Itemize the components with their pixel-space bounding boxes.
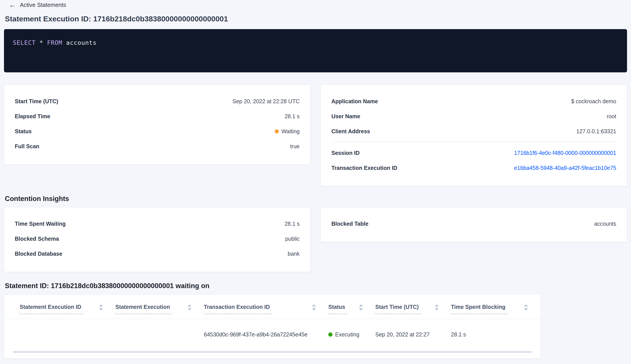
executing-status-dot-icon (328, 332, 332, 337)
column-header-time-spent-blocking[interactable]: Time Spent Blocking (451, 304, 540, 314)
blocked-schema-row: Blocked Schema public (15, 231, 300, 246)
elapsed-time-label: Elapsed Time (15, 113, 50, 120)
column-header-start-time[interactable]: Start Time (UTC) (375, 304, 451, 314)
elapsed-time-value: 28.1 s (284, 113, 300, 120)
sort-down-icon (359, 308, 363, 310)
cell-status: Executing (328, 331, 375, 338)
start-time-label: Start Time (UTC) (15, 98, 58, 104)
start-time-row: Start Time (UTC) Sep 20, 2022 at 22:28 U… (15, 94, 300, 109)
card-divider (332, 142, 616, 142)
session-details-card: Application Name $ cockroach demo User N… (320, 85, 627, 186)
blocked-database-value: bank (288, 250, 300, 257)
column-header-transaction-execution-id[interactable]: Transaction Execution ID (204, 304, 328, 314)
sort-down-icon (99, 308, 103, 310)
sort-up-icon (359, 304, 363, 307)
session-id-row: Session ID 1716b1f6-4e0c-f480-0000-00000… (332, 146, 616, 160)
blocked-table-value: accounts (594, 220, 616, 227)
blocked-database-row: Blocked Database bank (15, 246, 300, 261)
execution-overview-card: Start Time (UTC) Sep 20, 2022 at 22:28 U… (4, 85, 310, 164)
client-address-value: 127.0.0.1:63321 (576, 128, 616, 134)
user-name-row: User Name root (332, 109, 616, 124)
table-header-row: Statement Execution ID Statement Executi… (4, 304, 540, 319)
overview-cards-row: Start Time (UTC) Sep 20, 2022 at 22:28 U… (4, 85, 627, 186)
contention-details-card: Time Spent Waiting 28.1 s Blocked Schema… (4, 207, 310, 272)
column-header-label: Statement Execution (116, 304, 172, 314)
status-badge: Waiting (275, 128, 300, 134)
user-name-value: root (607, 113, 616, 120)
application-name-row: Application Name $ cockroach demo (332, 94, 616, 109)
sort-down-icon (188, 308, 192, 310)
transaction-execution-id-row: Transaction Execution ID e1bba458-5948-4… (332, 160, 616, 176)
time-spent-waiting-row: Time Spent Waiting 28.1 s (15, 216, 300, 231)
sort-up-icon (435, 304, 438, 307)
column-header-label: Status (328, 304, 347, 314)
elapsed-time-row: Elapsed Time 28.1 s (15, 109, 300, 124)
client-address-label: Client Address (332, 128, 370, 134)
table-row: 64530d0c-969f-437e-a9b4-26a72245e45e Exe… (4, 319, 540, 350)
blocked-schema-label: Blocked Schema (15, 236, 59, 242)
waiting-status-dot-icon (275, 129, 279, 134)
sort-icon[interactable] (99, 304, 103, 310)
contention-cards-row: Time Spent Waiting 28.1 s Blocked Schema… (4, 207, 627, 272)
column-header-label: Time Spent Blocking (451, 304, 508, 314)
cell-time-spent-blocking: 28.1 s (451, 331, 540, 338)
sql-statement-box: SELECT * FROM accounts (4, 29, 627, 72)
sort-icon[interactable] (188, 304, 192, 310)
user-name-label: User Name (332, 113, 360, 120)
sort-icon[interactable] (359, 304, 363, 310)
session-id-label: Session ID (332, 150, 360, 156)
page-title: Statement Execution ID: 1716b218dc0b3838… (5, 14, 627, 24)
time-spent-waiting-label: Time Spent Waiting (15, 220, 66, 227)
column-header-statement-execution[interactable]: Statement Execution (116, 304, 204, 314)
status-value: Executing (335, 331, 360, 338)
column-header-status[interactable]: Status (328, 304, 375, 314)
full-scan-label: Full Scan (15, 143, 39, 150)
sort-up-icon (312, 304, 316, 307)
sql-star: * (40, 39, 43, 46)
full-scan-row: Full Scan true (15, 139, 300, 154)
sort-icon[interactable] (435, 304, 438, 310)
waiting-on-table: Statement Execution ID Statement Executi… (4, 294, 540, 359)
full-scan-value: true (290, 143, 300, 150)
start-time-value: Sep 20, 2022 at 22:28 UTC (232, 98, 300, 104)
status-row: Status Waiting (15, 124, 300, 139)
blocked-table-card: Blocked Table accounts (320, 207, 627, 242)
sort-icon[interactable] (312, 304, 316, 310)
column-header-statement-execution-id[interactable]: Statement Execution ID (20, 304, 116, 314)
client-address-row: Client Address 127.0.0.1:63321 (332, 124, 616, 139)
sort-down-icon (524, 308, 528, 310)
back-link[interactable]: ← Active Statements (4, 0, 627, 8)
cell-start-time: Sep 20, 2022 at 22:27 (375, 331, 451, 338)
transaction-execution-id-label: Transaction Execution ID (332, 165, 397, 171)
waiting-on-heading: Statement ID: 1716b218dc0b38380000000000… (5, 282, 627, 290)
sort-up-icon (188, 304, 192, 307)
back-arrow-icon: ← (9, 1, 16, 8)
column-header-label: Start Time (UTC) (375, 304, 421, 314)
sort-down-icon (312, 308, 316, 310)
blocked-table-row: Blocked Table accounts (332, 216, 616, 231)
time-spent-waiting-value: 28.1 s (284, 220, 300, 227)
cell-transaction-execution-id: 64530d0c-969f-437e-a9b4-26a72245e45e (204, 331, 328, 338)
contention-insights-heading: Contention Insights (5, 195, 627, 202)
status-label: Status (15, 128, 32, 134)
status-value: Waiting (282, 128, 300, 134)
sql-keyword-from: FROM (47, 39, 62, 46)
sql-table-name: accounts (66, 39, 97, 46)
sort-icon[interactable] (524, 304, 528, 310)
session-id-link[interactable]: 1716b1f6-4e0c-f480-0000-000000000001 (514, 150, 616, 156)
application-name-value: $ cockroach demo (571, 98, 616, 104)
column-header-label: Statement Execution ID (20, 304, 84, 314)
statement-execution-details-page: ← Active Statements Statement Execution … (0, 0, 631, 359)
sql-keyword-select: SELECT (13, 39, 36, 46)
sort-up-icon (524, 304, 528, 307)
blocked-schema-value: public (285, 236, 300, 242)
status-badge: Executing (328, 331, 363, 338)
sort-up-icon (99, 304, 103, 307)
back-link-label: Active Statements (20, 2, 66, 8)
sort-down-icon (435, 308, 438, 310)
horizontal-scrollbar[interactable] (13, 351, 532, 353)
column-header-label: Transaction Execution ID (204, 304, 272, 314)
blocked-table-label: Blocked Table (332, 220, 368, 227)
blocked-database-label: Blocked Database (15, 250, 62, 257)
transaction-execution-id-link[interactable]: e1bba458-5948-40a9-a42f-5feac1b10e75 (514, 165, 616, 171)
